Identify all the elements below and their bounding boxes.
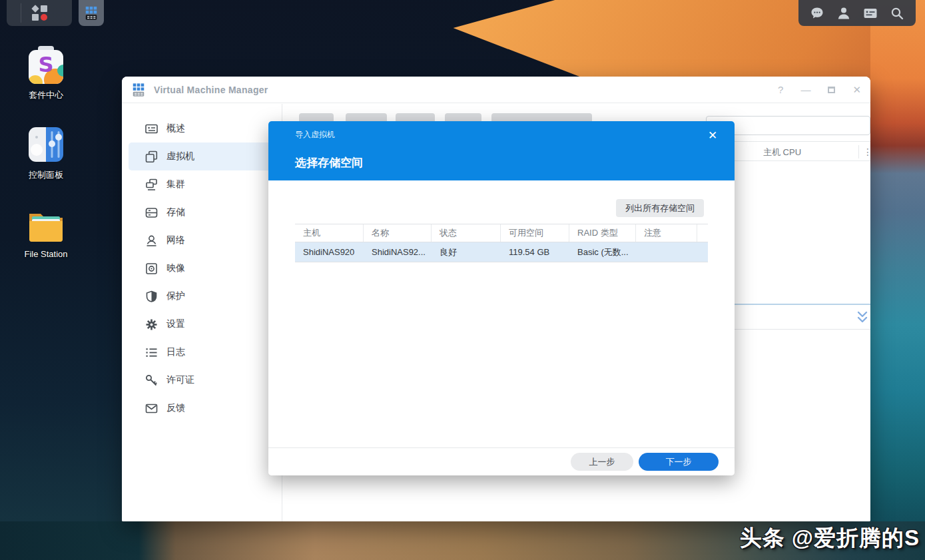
dialog-close-button[interactable]: ✕ (704, 127, 721, 144)
file-station-icon (27, 205, 65, 244)
shortcut-label: 控制面板 (9, 169, 83, 181)
sidebar-label: 映像 (166, 262, 185, 274)
protection-icon (145, 290, 158, 303)
maximize-button[interactable] (828, 87, 835, 93)
sidebar-label: 存储 (166, 206, 185, 218)
settings-icon (145, 318, 158, 331)
minimize-button[interactable]: — (800, 85, 810, 95)
desktop: S 套件中心 控制面板 File Stat (0, 0, 925, 560)
sidebar-label: 设置 (166, 318, 185, 330)
sidebar-label: 概述 (166, 123, 185, 135)
sidebar-label: 网络 (166, 234, 185, 246)
expand-details-button[interactable] (856, 311, 868, 324)
import-vm-dialog: 导入虚拟机 ✕ 选择存储空间 列出所有存储空间 主机 名称 状态 可用空间 RA… (268, 121, 735, 475)
feedback-icon (145, 402, 158, 415)
header-host[interactable]: 主机 (295, 224, 364, 242)
shortcut-label: 套件中心 (9, 89, 83, 101)
sidebar-label: 集群 (166, 178, 185, 190)
header-raid-type[interactable]: RAID 类型 (569, 224, 636, 242)
storage-table: 主机 名称 状态 可用空间 RAID 类型 注意 ShidiNAS920 Shi… (295, 224, 708, 262)
dialog-header: 导入虚拟机 ✕ 选择存储空间 (268, 121, 735, 180)
sidebar-label: 虚拟机 (166, 150, 194, 162)
window-titlebar[interactable]: Virtual Machine Manager ? — ✕ (122, 77, 870, 103)
cell-name: ShidiNAS92... (364, 242, 432, 262)
sidebar-item-license[interactable]: 许可证 (129, 366, 275, 394)
dialog-footer: 上一步 下一步 (268, 447, 735, 475)
vmm-window-icon (131, 83, 146, 97)
sidebar-item-overview[interactable]: 概述 (129, 115, 275, 142)
overview-icon (145, 123, 158, 135)
column-header-host-cpu: 主机 CPU (763, 146, 801, 158)
sidebar-item-protection[interactable]: 保护 (129, 282, 275, 310)
sidebar-label: 许可证 (166, 374, 194, 386)
sidebar-item-network[interactable]: 网络 (129, 226, 275, 254)
cell-status: 良好 (432, 242, 501, 262)
cell-raid-type: Basic (无数... (569, 242, 636, 262)
wallpaper-right-strip (870, 0, 925, 560)
cell-note (636, 242, 697, 262)
search-icon[interactable] (890, 6, 904, 21)
sidebar-item-virtual-machine[interactable]: 虚拟机 (129, 142, 275, 170)
notification-dot (41, 14, 47, 21)
shortcut-file-station[interactable]: File Station (9, 205, 83, 259)
dialog-step-title: 选择存储空间 (295, 155, 363, 170)
control-panel-icon (27, 125, 65, 164)
shortcut-label: File Station (9, 249, 83, 259)
storage-icon (145, 206, 158, 219)
sidebar-item-feedback[interactable]: 反馈 (129, 394, 275, 422)
taskbar-right-cluster (798, 0, 916, 26)
shortcut-control-panel[interactable]: 控制面板 (9, 125, 83, 181)
sidebar-item-cluster[interactable]: 集群 (129, 170, 275, 198)
sidebar-label: 保护 (166, 290, 185, 302)
shortcut-package-center[interactable]: S 套件中心 (9, 45, 83, 101)
column-options-button[interactable]: ⋮ (860, 144, 875, 159)
next-step-button[interactable]: 下一步 (639, 453, 719, 471)
sidebar-item-settings[interactable]: 设置 (129, 310, 275, 338)
header-status[interactable]: 状态 (432, 224, 501, 242)
header-spacer (697, 224, 708, 242)
main-menu-icon (32, 5, 47, 21)
help-button[interactable]: ? (778, 85, 783, 95)
image-icon (145, 262, 158, 275)
sidebar-item-image[interactable]: 映像 (129, 254, 275, 282)
sidebar-item-storage[interactable]: 存储 (129, 198, 275, 226)
vm-icon (145, 150, 158, 163)
cluster-icon (145, 178, 158, 191)
cell-host: ShidiNAS920 (295, 242, 364, 262)
header-name[interactable]: 名称 (364, 224, 432, 242)
close-button[interactable]: ✕ (852, 85, 861, 95)
network-icon (145, 234, 158, 247)
license-icon (145, 374, 158, 387)
user-icon[interactable] (836, 6, 851, 21)
storage-table-header: 主机 名称 状态 可用空间 RAID 类型 注意 (295, 224, 708, 242)
dialog-body: 列出所有存储空间 主机 名称 状态 可用空间 RAID 类型 注意 ShidiN… (268, 180, 735, 447)
storage-table-row[interactable]: ShidiNAS920 ShidiNAS92... 良好 119.54 GB B… (295, 242, 708, 262)
chat-icon[interactable] (810, 6, 824, 21)
chevron-double-down-icon (856, 311, 868, 324)
sidebar-label: 反馈 (166, 402, 185, 414)
header-available-space[interactable]: 可用空间 (501, 224, 569, 242)
main-menu-button[interactable] (7, 0, 72, 26)
taskbar-vmm-app-button[interactable] (79, 0, 104, 26)
widgets-icon[interactable] (863, 6, 878, 21)
watermark-text: 头条 @爱折腾的S (740, 523, 920, 553)
list-all-storage-button[interactable]: 列出所有存储空间 (616, 199, 704, 217)
window-title: Virtual Machine Manager (154, 85, 268, 95)
vmm-app-icon (84, 6, 99, 21)
cell-available-space: 119.54 GB (501, 242, 569, 262)
svg-text:S: S (38, 52, 53, 77)
previous-step-button[interactable]: 上一步 (571, 453, 633, 471)
cell-spacer (697, 242, 708, 262)
column-separator (858, 145, 859, 158)
sidebar-item-log[interactable]: 日志 (129, 338, 275, 366)
vmm-sidebar: 概述 虚拟机 集群 存储 网络 (122, 104, 282, 521)
package-center-icon: S (27, 45, 65, 84)
log-icon (145, 346, 158, 359)
dialog-title: 导入虚拟机 (295, 129, 335, 140)
header-note[interactable]: 注意 (636, 224, 697, 242)
sidebar-label: 日志 (166, 346, 185, 358)
taskbar-divider (21, 3, 21, 23)
